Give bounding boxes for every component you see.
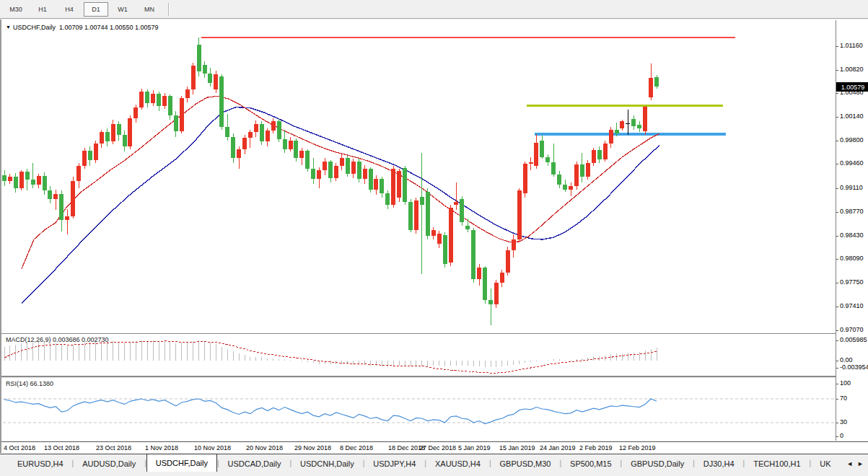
rsi-canvas[interactable] xyxy=(1,378,836,441)
tab-uk[interactable]: UK xyxy=(811,454,839,472)
candle xyxy=(25,169,30,191)
chart-title: ▼USDCHF,Daily 1.00709 1.00744 1.00550 1.… xyxy=(6,24,159,31)
candle xyxy=(203,61,207,78)
candle xyxy=(71,177,75,219)
price-axis-label: 0.98770 xyxy=(840,208,864,215)
candle xyxy=(512,234,516,257)
candle xyxy=(82,148,87,169)
candle xyxy=(631,115,636,129)
chart-tabbar: EURUSD,H4|AUDUSD,Daily|USDCHF,Daily|USDC… xyxy=(0,454,868,472)
tab-scroll-right-icon[interactable]: ► xyxy=(857,460,864,467)
tab-gbpusd-daily[interactable]: GBPUSD,Daily xyxy=(622,454,693,472)
candle xyxy=(311,158,315,184)
tab-xauusd-h4[interactable]: XAUUSD,H4 xyxy=(426,454,489,472)
tab-usdcad-daily[interactable]: USDCAD,Daily xyxy=(219,454,290,472)
macd-axis-label: 0.005985 xyxy=(840,336,867,343)
candle xyxy=(351,159,356,178)
axis-tick xyxy=(836,423,838,423)
timeframe-toolbar: M30H1H4D1W1MN xyxy=(0,0,868,19)
price-axis-label: 0.98430 xyxy=(840,232,864,239)
candle xyxy=(305,149,310,172)
tab-gbpusd-m30[interactable]: GBPUSD,M30 xyxy=(491,454,560,472)
chart-window: ▼USDCHF,Daily 1.00709 1.00744 1.00550 1.… xyxy=(0,19,868,453)
candle xyxy=(420,153,424,274)
timeframe-button-d1[interactable]: D1 xyxy=(84,2,108,17)
date-axis-label: 29 Nov 2018 xyxy=(294,444,331,451)
candle xyxy=(626,110,630,135)
axis-tick xyxy=(836,188,838,189)
tab-usdjpy-h4[interactable]: USDJPY,H4 xyxy=(364,454,424,472)
tab-dj30-h4[interactable]: DJ30,H4 xyxy=(695,454,743,472)
candle xyxy=(219,74,224,129)
symbol-dropdown-triangle-icon[interactable]: ▼ xyxy=(6,25,11,30)
tab-tech100-h1[interactable]: TECH100,H1 xyxy=(745,454,809,472)
candle xyxy=(237,146,241,169)
date-axis-label: 8 Dec 2018 xyxy=(340,444,373,451)
candle xyxy=(517,188,522,242)
rsi-axis-label: 70 xyxy=(840,395,847,402)
candle xyxy=(414,198,418,234)
candle xyxy=(408,199,413,232)
rsi-panel[interactable]: RSI(14) 66.1380 xyxy=(1,378,836,441)
macd-panel[interactable]: MACD(12,26,9) 0.003686 0.002730 xyxy=(1,334,836,376)
price-chart-panel[interactable]: ▼USDCHF,Daily 1.00709 1.00744 1.00550 1.… xyxy=(1,20,836,333)
axis-tick xyxy=(836,93,838,94)
candle xyxy=(443,232,447,267)
price-chart-canvas[interactable] xyxy=(1,20,836,333)
price-axis-label: 1.00820 xyxy=(840,66,864,73)
candle xyxy=(620,120,624,131)
candle xyxy=(363,165,367,184)
rsi-axis-label: 30 xyxy=(840,418,847,426)
candle xyxy=(540,136,544,159)
price-axis-label: 1.01160 xyxy=(840,42,863,49)
timeframe-button-mn[interactable]: MN xyxy=(137,2,162,17)
candle xyxy=(563,180,567,192)
candle xyxy=(649,63,653,100)
axis-tick xyxy=(836,399,838,400)
candle xyxy=(248,130,253,148)
timeframe-button-h4[interactable]: H4 xyxy=(57,2,82,17)
candle xyxy=(2,170,6,185)
current-price-tag: 1.00579 xyxy=(836,82,868,92)
candle xyxy=(289,137,293,151)
timeframe-button-m30[interactable]: M30 xyxy=(4,2,28,17)
candle xyxy=(494,280,499,308)
candle xyxy=(654,75,659,89)
tab-usdchf-daily[interactable]: USDCHF,Daily xyxy=(146,454,217,472)
candle xyxy=(569,182,573,196)
chart-title-text: USDCHF,Daily 1.00709 1.00744 1.00550 1.0… xyxy=(13,24,159,31)
tab-eurusd-h4[interactable]: EURUSD,H4 xyxy=(9,454,72,472)
axis-tick xyxy=(836,340,838,341)
date-axis-label: 15 Jan 2019 xyxy=(499,444,535,451)
candle xyxy=(128,115,132,149)
tab-sp500-m15[interactable]: SP500,M15 xyxy=(561,454,620,472)
tab-usdcnh-daily[interactable]: USDCNH,Daily xyxy=(291,454,363,472)
timeframe-button-w1[interactable]: W1 xyxy=(110,2,135,17)
timeframe-button-h1[interactable]: H1 xyxy=(30,2,55,17)
price-axis-label: 0.99110 xyxy=(840,184,863,191)
axis-tick xyxy=(836,368,838,369)
candle xyxy=(369,167,373,193)
price-axis: 1.011601.008201.004801.001400.998000.994… xyxy=(836,20,868,441)
tab-audusd-daily[interactable]: AUDUSD,Daily xyxy=(74,454,144,472)
candle xyxy=(597,146,602,163)
tab-scroll-buttons: ◄► xyxy=(846,454,868,472)
candle xyxy=(271,118,276,133)
toolbar-separator xyxy=(168,3,170,16)
candle xyxy=(374,175,378,195)
candle xyxy=(385,190,390,208)
candle xyxy=(574,162,579,190)
candle xyxy=(19,170,24,191)
candle xyxy=(100,130,104,148)
axis-tick xyxy=(836,164,838,164)
candle xyxy=(191,63,196,94)
candle xyxy=(88,146,92,166)
candle xyxy=(277,119,281,142)
candle xyxy=(609,127,613,148)
axis-tick xyxy=(836,141,838,141)
bottom-strip xyxy=(0,472,868,476)
tab-scroll-left-icon[interactable]: ◄ xyxy=(846,460,853,467)
macd-canvas[interactable] xyxy=(1,334,836,376)
candle xyxy=(477,264,481,286)
axis-tick xyxy=(836,46,838,47)
